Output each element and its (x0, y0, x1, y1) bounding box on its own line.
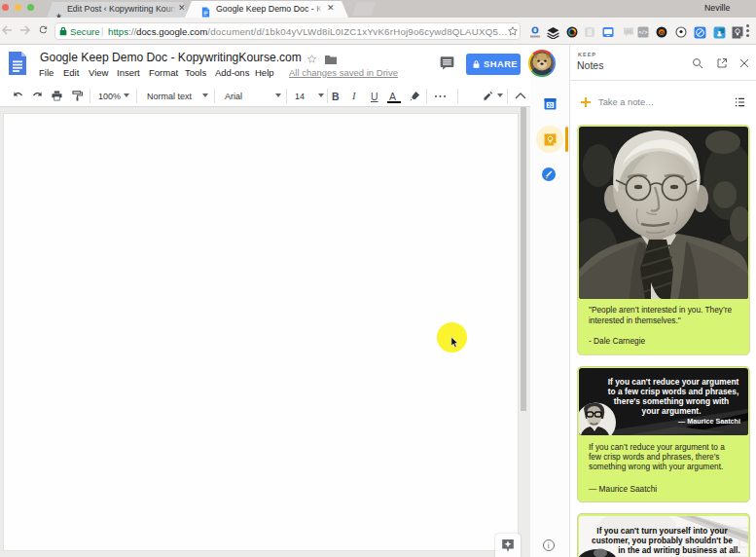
svg-text:your argument.: your argument. (642, 406, 702, 416)
svg-text:</>: </> (638, 30, 647, 36)
svg-text:45: 45 (660, 31, 664, 35)
svg-text:31: 31 (548, 103, 554, 108)
svg-text:there's something wrong with: there's something wrong with (614, 396, 729, 406)
svg-text:If you can't reduce your argum: If you can't reduce your argument (608, 377, 739, 387)
svg-text:GS: GS (626, 29, 631, 34)
svg-text:— Maurice Saatchi: — Maurice Saatchi (678, 417, 740, 426)
svg-text:If you can't turn yourself int: If you can't turn yourself into your (596, 526, 728, 536)
svg-text:to a few crisp words and phras: to a few crisp words and phrases, (608, 387, 739, 396)
svg-text:customer, you probably shouldn: customer, you probably shouldn't be (592, 536, 733, 545)
svg-text:in the ad writing business at: in the ad writing business at all. (618, 545, 739, 555)
